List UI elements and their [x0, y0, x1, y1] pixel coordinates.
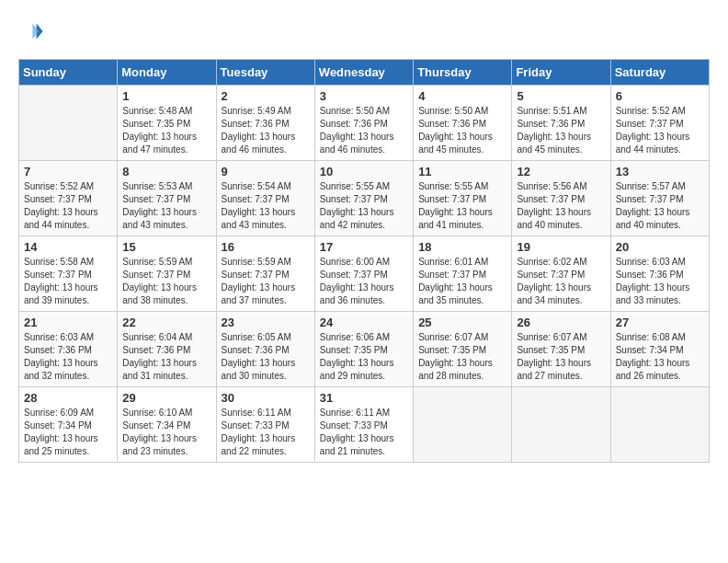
day-number: 2: [222, 89, 310, 103]
calendar-cell: 25Sunrise: 6:07 AM Sunset: 7:35 PM Dayli…: [414, 312, 512, 387]
calendar-cell: 21Sunrise: 6:03 AM Sunset: 7:36 PM Dayli…: [19, 312, 118, 387]
day-info: Sunrise: 5:50 AM Sunset: 7:36 PM Dayligh…: [320, 105, 408, 156]
day-info: Sunrise: 5:50 AM Sunset: 7:36 PM Dayligh…: [418, 105, 506, 156]
calendar-cell: 1Sunrise: 5:48 AM Sunset: 7:35 PM Daylig…: [118, 86, 216, 161]
day-info: Sunrise: 5:54 AM Sunset: 7:37 PM Dayligh…: [222, 180, 310, 232]
day-number: 14: [24, 240, 112, 254]
calendar-cell: 8Sunrise: 5:53 AM Sunset: 7:37 PM Daylig…: [118, 161, 216, 236]
calendar-cell: 2Sunrise: 5:49 AM Sunset: 7:36 PM Daylig…: [216, 86, 314, 161]
day-number: 11: [418, 165, 506, 178]
weekday-header-wednesday: Wednesday: [314, 60, 413, 86]
day-number: 1: [122, 89, 210, 103]
day-info: Sunrise: 6:07 AM Sunset: 7:35 PM Dayligh…: [517, 331, 605, 383]
day-info: Sunrise: 6:02 AM Sunset: 7:37 PM Dayligh…: [517, 256, 605, 307]
day-info: Sunrise: 6:11 AM Sunset: 7:33 PM Dayligh…: [320, 407, 408, 458]
calendar-cell: 20Sunrise: 6:03 AM Sunset: 7:36 PM Dayli…: [610, 236, 709, 312]
calendar-cell: 6Sunrise: 5:52 AM Sunset: 7:37 PM Daylig…: [610, 86, 709, 161]
day-info: Sunrise: 6:01 AM Sunset: 7:37 PM Dayligh…: [418, 256, 506, 307]
calendar-cell: 7Sunrise: 5:52 AM Sunset: 7:37 PM Daylig…: [19, 161, 118, 236]
day-number: 3: [320, 89, 408, 103]
day-number: 4: [418, 89, 506, 103]
calendar-week-2: 7Sunrise: 5:52 AM Sunset: 7:37 PM Daylig…: [19, 161, 710, 236]
calendar-cell: 24Sunrise: 6:06 AM Sunset: 7:35 PM Dayli…: [314, 312, 413, 387]
calendar-week-5: 28Sunrise: 6:09 AM Sunset: 7:34 PM Dayli…: [19, 387, 710, 463]
day-number: 29: [122, 391, 210, 405]
calendar-cell: 10Sunrise: 5:55 AM Sunset: 7:37 PM Dayli…: [314, 161, 413, 236]
weekday-header-monday: Monday: [118, 60, 216, 86]
day-info: Sunrise: 6:11 AM Sunset: 7:33 PM Dayligh…: [222, 407, 310, 458]
day-info: Sunrise: 6:05 AM Sunset: 7:36 PM Dayligh…: [222, 331, 310, 383]
calendar-cell: 15Sunrise: 5:59 AM Sunset: 7:37 PM Dayli…: [118, 236, 216, 312]
day-info: Sunrise: 6:06 AM Sunset: 7:35 PM Dayligh…: [320, 331, 408, 383]
weekday-header-sunday: Sunday: [19, 60, 118, 86]
calendar-week-3: 14Sunrise: 5:58 AM Sunset: 7:37 PM Dayli…: [19, 236, 710, 312]
day-number: 16: [222, 240, 310, 254]
day-info: Sunrise: 5:52 AM Sunset: 7:37 PM Dayligh…: [24, 180, 112, 232]
day-info: Sunrise: 6:04 AM Sunset: 7:36 PM Dayligh…: [122, 331, 210, 383]
calendar-cell: 29Sunrise: 6:10 AM Sunset: 7:34 PM Dayli…: [118, 387, 216, 463]
day-info: Sunrise: 5:55 AM Sunset: 7:37 PM Dayligh…: [320, 180, 408, 232]
calendar-cell: 9Sunrise: 5:54 AM Sunset: 7:37 PM Daylig…: [216, 161, 314, 236]
logo: [18, 18, 48, 44]
calendar-week-4: 21Sunrise: 6:03 AM Sunset: 7:36 PM Dayli…: [19, 312, 710, 387]
calendar-cell: [414, 387, 512, 463]
day-info: Sunrise: 5:59 AM Sunset: 7:37 PM Dayligh…: [122, 256, 210, 307]
day-info: Sunrise: 5:55 AM Sunset: 7:37 PM Dayligh…: [418, 180, 506, 232]
logo-icon: [18, 18, 44, 44]
day-info: Sunrise: 5:57 AM Sunset: 7:37 PM Dayligh…: [616, 180, 704, 232]
weekday-header-friday: Friday: [512, 60, 610, 86]
day-number: 7: [24, 165, 112, 178]
day-number: 8: [122, 165, 210, 178]
day-info: Sunrise: 6:00 AM Sunset: 7:37 PM Dayligh…: [320, 256, 408, 307]
weekday-header-tuesday: Tuesday: [216, 60, 314, 86]
day-number: 13: [616, 165, 704, 178]
day-number: 15: [122, 240, 210, 254]
day-number: 25: [418, 316, 506, 329]
calendar-table: SundayMondayTuesdayWednesdayThursdayFrid…: [18, 59, 710, 463]
day-number: 26: [517, 316, 605, 329]
day-info: Sunrise: 5:48 AM Sunset: 7:35 PM Dayligh…: [122, 105, 210, 156]
calendar-cell: 18Sunrise: 6:01 AM Sunset: 7:37 PM Dayli…: [414, 236, 512, 312]
calendar-cell: [610, 387, 709, 463]
calendar-cell: 11Sunrise: 5:55 AM Sunset: 7:37 PM Dayli…: [414, 161, 512, 236]
day-info: Sunrise: 6:10 AM Sunset: 7:34 PM Dayligh…: [122, 407, 210, 458]
page-header: [18, 18, 710, 44]
day-number: 10: [320, 165, 408, 178]
calendar-cell: 3Sunrise: 5:50 AM Sunset: 7:36 PM Daylig…: [314, 86, 413, 161]
day-number: 21: [24, 316, 112, 329]
weekday-header-saturday: Saturday: [610, 60, 709, 86]
calendar-cell: 23Sunrise: 6:05 AM Sunset: 7:36 PM Dayli…: [216, 312, 314, 387]
day-info: Sunrise: 6:07 AM Sunset: 7:35 PM Dayligh…: [418, 331, 506, 383]
calendar-cell: [512, 387, 610, 463]
calendar-cell: 17Sunrise: 6:00 AM Sunset: 7:37 PM Dayli…: [314, 236, 413, 312]
calendar-cell: 28Sunrise: 6:09 AM Sunset: 7:34 PM Dayli…: [19, 387, 118, 463]
day-info: Sunrise: 5:58 AM Sunset: 7:37 PM Dayligh…: [24, 256, 112, 307]
calendar-cell: [19, 86, 118, 161]
day-number: 9: [222, 165, 310, 178]
day-number: 19: [517, 240, 605, 254]
weekday-header-thursday: Thursday: [414, 60, 512, 86]
calendar-cell: 5Sunrise: 5:51 AM Sunset: 7:36 PM Daylig…: [512, 86, 610, 161]
day-number: 20: [616, 240, 704, 254]
day-info: Sunrise: 5:51 AM Sunset: 7:36 PM Dayligh…: [517, 105, 605, 156]
calendar-cell: 27Sunrise: 6:08 AM Sunset: 7:34 PM Dayli…: [610, 312, 709, 387]
day-info: Sunrise: 6:08 AM Sunset: 7:34 PM Dayligh…: [616, 331, 704, 383]
day-number: 6: [616, 89, 704, 103]
calendar-cell: 14Sunrise: 5:58 AM Sunset: 7:37 PM Dayli…: [19, 236, 118, 312]
calendar-cell: 19Sunrise: 6:02 AM Sunset: 7:37 PM Dayli…: [512, 236, 610, 312]
day-number: 30: [222, 391, 310, 405]
day-info: Sunrise: 5:56 AM Sunset: 7:37 PM Dayligh…: [517, 180, 605, 232]
day-number: 17: [320, 240, 408, 254]
day-number: 18: [418, 240, 506, 254]
day-number: 28: [24, 391, 112, 405]
calendar-cell: 26Sunrise: 6:07 AM Sunset: 7:35 PM Dayli…: [512, 312, 610, 387]
day-number: 31: [320, 391, 408, 405]
day-info: Sunrise: 6:03 AM Sunset: 7:36 PM Dayligh…: [24, 331, 112, 383]
day-info: Sunrise: 5:59 AM Sunset: 7:37 PM Dayligh…: [222, 256, 310, 307]
calendar-cell: 16Sunrise: 5:59 AM Sunset: 7:37 PM Dayli…: [216, 236, 314, 312]
calendar-cell: 22Sunrise: 6:04 AM Sunset: 7:36 PM Dayli…: [118, 312, 216, 387]
day-number: 5: [517, 89, 605, 103]
day-info: Sunrise: 5:49 AM Sunset: 7:36 PM Dayligh…: [222, 105, 310, 156]
day-info: Sunrise: 6:03 AM Sunset: 7:36 PM Dayligh…: [616, 256, 704, 307]
day-number: 27: [616, 316, 704, 329]
